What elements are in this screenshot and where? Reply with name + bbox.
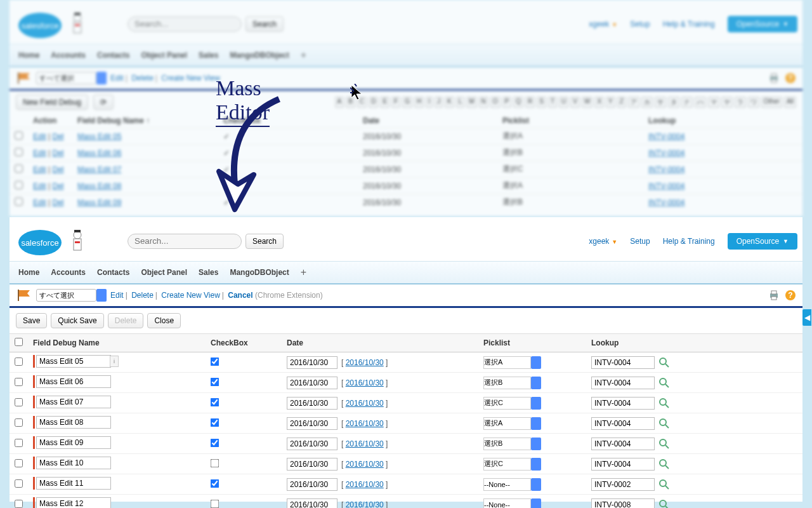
name-input[interactable] [36, 457, 111, 469]
picklist-dropdown-icon[interactable] [531, 478, 541, 491]
date-today-link[interactable]: 2016/10/30 [346, 500, 384, 509]
edit-link[interactable]: Edit [33, 132, 46, 141]
add-tab-icon[interactable]: + [301, 50, 306, 61]
setup-link[interactable]: Setup [630, 20, 650, 29]
alpha-ワ[interactable]: ワ [748, 97, 759, 108]
view-edit-link[interactable]: Edit [110, 74, 124, 83]
row-checkbox[interactable] [15, 197, 23, 206]
checkbox-input[interactable] [211, 418, 219, 427]
lookup-search-icon[interactable] [658, 357, 670, 368]
lookup-link[interactable]: INTV-0004 [648, 132, 684, 141]
alpha-T[interactable]: T [548, 97, 557, 108]
search-input[interactable] [128, 17, 242, 32]
lookup-search-icon[interactable] [658, 438, 670, 450]
view-create-link[interactable]: Create New View [161, 291, 219, 300]
lookup-search-icon[interactable] [658, 377, 670, 389]
alpha-I[interactable]: I [426, 97, 433, 108]
name-input[interactable] [36, 436, 111, 449]
alpha-A[interactable]: A [335, 97, 344, 108]
help-link[interactable]: Help & Training [663, 20, 715, 29]
view-edit-link[interactable]: Edit [110, 291, 124, 300]
name-input[interactable] [36, 416, 111, 429]
view-delete-link[interactable]: Delete [131, 74, 154, 83]
checkbox-input[interactable] [211, 398, 219, 406]
alpha-S[interactable]: S [537, 97, 546, 108]
row-select-checkbox[interactable] [15, 500, 23, 508]
alpha-H[interactable]: H [414, 97, 424, 108]
alpha-X[interactable]: X [594, 97, 604, 108]
search-button[interactable]: Search [246, 234, 284, 249]
record-name-link[interactable]: Mass Edit 06 [77, 149, 121, 157]
tab-object-panel[interactable]: Object Panel [141, 268, 187, 277]
tab-sales[interactable]: Sales [199, 51, 218, 60]
alpha-ヤ[interactable]: ヤ [721, 97, 733, 108]
edit-link[interactable]: Edit [33, 182, 46, 190]
alpha-カ[interactable]: カ [641, 97, 653, 108]
lookup-link[interactable]: INTV-0004 [648, 149, 684, 157]
alpha-N[interactable]: N [479, 97, 488, 108]
alpha-All[interactable]: All [784, 97, 796, 108]
alpha-L[interactable]: L [456, 97, 465, 108]
picklist-dropdown-icon[interactable] [531, 498, 541, 509]
picklist-select[interactable] [483, 478, 531, 491]
tab-accounts[interactable]: Accounts [51, 268, 86, 277]
record-name-link[interactable]: Mass Edit 05 [77, 132, 121, 141]
date-input[interactable] [287, 397, 337, 410]
checkbox-input[interactable] [211, 458, 219, 467]
tab-contacts[interactable]: Contacts [97, 268, 129, 277]
alpha-U[interactable]: U [559, 97, 568, 108]
lookup-search-icon[interactable] [658, 479, 670, 490]
alpha-Other[interactable]: Other [761, 97, 782, 108]
search-input[interactable] [128, 234, 242, 249]
row-select-checkbox[interactable] [15, 358, 23, 366]
picklist-dropdown-icon[interactable] [531, 377, 541, 389]
tab-sales[interactable]: Sales [199, 268, 218, 277]
lookup-link[interactable]: INTV-0004 [648, 165, 684, 174]
lookup-search-icon[interactable] [658, 418, 670, 429]
record-name-link[interactable]: Mass Edit 08 [77, 182, 121, 190]
row-checkbox[interactable] [15, 164, 23, 173]
alpha-Z[interactable]: Z [617, 97, 626, 108]
help-icon[interactable]: ? [785, 290, 796, 301]
save-button[interactable]: Save [16, 313, 47, 328]
alpha-M[interactable]: M [466, 97, 476, 108]
alpha-W[interactable]: W [582, 97, 593, 108]
tab-mangodbobject[interactable]: MangoDBObject [230, 51, 289, 60]
record-name-link[interactable]: Mass Edit 07 [77, 165, 121, 174]
row-select-checkbox[interactable] [15, 439, 23, 447]
user-menu[interactable]: xgeek▼ [589, 237, 617, 246]
collapse-side-tab-icon[interactable]: ◀ [802, 309, 811, 326]
alpha-V[interactable]: V [570, 97, 580, 108]
checkbox-input[interactable] [211, 438, 219, 447]
picklist-select[interactable] [483, 498, 531, 509]
alpha-タ[interactable]: タ [668, 97, 679, 108]
help-icon[interactable]: ? [785, 72, 796, 84]
tab-accounts[interactable]: Accounts [51, 51, 86, 60]
view-cancel-link[interactable]: Cancel [228, 291, 252, 300]
picklist-select[interactable] [483, 458, 531, 471]
edit-link[interactable]: Edit [33, 198, 46, 207]
alpha-P[interactable]: P [502, 97, 512, 108]
date-today-link[interactable]: 2016/10/30 [346, 460, 384, 469]
alpha-F[interactable]: F [391, 97, 400, 108]
date-today-link[interactable]: 2016/10/30 [346, 378, 384, 387]
date-input[interactable] [287, 417, 337, 430]
edit-link[interactable]: Edit [33, 165, 46, 174]
name-input[interactable] [36, 477, 111, 490]
lookup-input[interactable] [591, 498, 655, 509]
checkbox-input[interactable] [211, 499, 219, 508]
date-today-link[interactable]: 2016/10/30 [346, 399, 384, 408]
alpha-D[interactable]: D [369, 97, 378, 108]
lookup-search-icon[interactable] [658, 499, 670, 509]
view-select[interactable] [36, 72, 96, 84]
tab-home[interactable]: Home [18, 268, 39, 277]
picklist-dropdown-icon[interactable] [531, 417, 541, 430]
del-link[interactable]: Del [52, 132, 63, 141]
alpha-G[interactable]: G [402, 97, 412, 108]
name-input[interactable] [36, 355, 111, 368]
row-select-checkbox[interactable] [15, 378, 23, 386]
row-checkbox[interactable] [15, 181, 23, 189]
view-delete-link[interactable]: Delete [131, 291, 154, 300]
lookup-input[interactable] [591, 478, 655, 491]
row-select-checkbox[interactable] [15, 398, 23, 406]
